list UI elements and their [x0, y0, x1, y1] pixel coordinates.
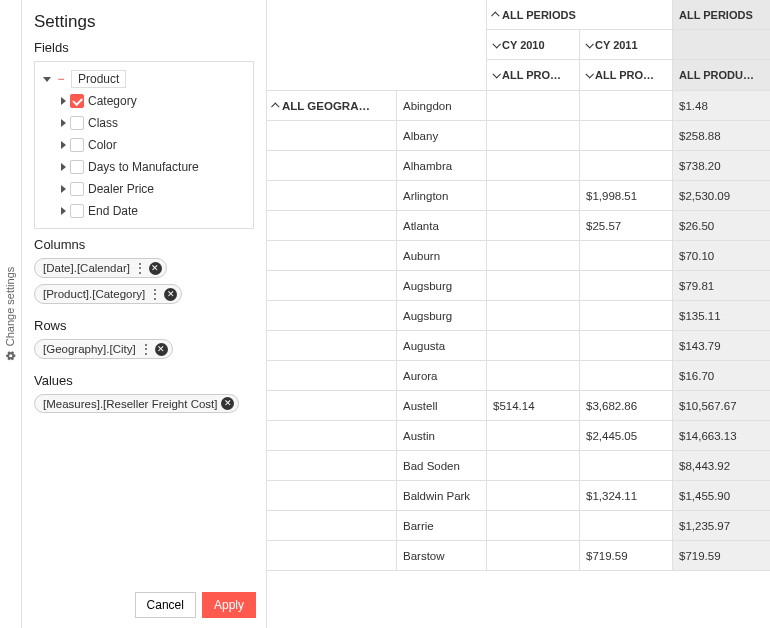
row-header-geo[interactable] — [267, 511, 397, 540]
chevron-up-icon — [491, 11, 499, 19]
tree-node-product[interactable]: − Product — [39, 68, 249, 90]
row-header-geo[interactable] — [267, 331, 397, 360]
row-header-city[interactable]: Auburn — [397, 241, 487, 270]
data-cell — [487, 361, 580, 390]
table-row: Austell$514.14$3,682.86$10,567.67 — [267, 391, 770, 421]
row-header-city[interactable]: Albany — [397, 121, 487, 150]
data-cell — [487, 121, 580, 150]
tree-node[interactable]: Days to Manufacture — [39, 156, 249, 178]
apply-button[interactable]: Apply — [202, 592, 256, 618]
col-header-all-products-total[interactable]: ALL PRODU… — [673, 60, 770, 90]
data-cell: $3,682.86 — [580, 391, 673, 420]
tree-node-label: Class — [88, 116, 118, 130]
row-header-city[interactable]: Alhambra — [397, 151, 487, 180]
col-header-cy2011[interactable]: CY 2011 — [580, 30, 673, 59]
row-header-geo[interactable] — [267, 241, 397, 270]
data-cell-total: $79.81 — [673, 271, 770, 300]
col-header-all-products-b[interactable]: ALL PRO… — [580, 60, 673, 90]
row-header-city[interactable]: Arlington — [397, 181, 487, 210]
settings-title: Settings — [34, 12, 254, 32]
data-cell: $719.59 — [580, 541, 673, 570]
field-chip[interactable]: [Product].[Category]⋮✕ — [34, 284, 182, 304]
tree-node[interactable]: End Date — [39, 200, 249, 222]
row-header-city[interactable]: Austin — [397, 421, 487, 450]
row-header-geo[interactable] — [267, 541, 397, 570]
table-row: Atlanta$25.57$26.50 — [267, 211, 770, 241]
field-chip[interactable]: [Geography].[City]⋮✕ — [34, 339, 173, 359]
close-icon[interactable]: ✕ — [221, 397, 234, 410]
tree-node[interactable]: Category — [39, 90, 249, 112]
row-header-city[interactable]: Abingdon — [397, 91, 487, 120]
more-icon[interactable]: ⋮ — [149, 287, 160, 301]
row-header-city[interactable]: Austell — [397, 391, 487, 420]
data-cell — [487, 421, 580, 450]
chevron-down-icon — [43, 77, 51, 82]
data-cell — [580, 271, 673, 300]
row-header-city[interactable]: Baldwin Park — [397, 481, 487, 510]
row-header-geo[interactable] — [267, 271, 397, 300]
data-cell — [580, 241, 673, 270]
checkbox[interactable] — [70, 160, 84, 174]
row-header-geo[interactable] — [267, 391, 397, 420]
chip-label: [Measures].[Reseller Freight Cost] — [43, 398, 217, 410]
row-header-geo[interactable] — [267, 481, 397, 510]
row-header-geo[interactable] — [267, 151, 397, 180]
data-cell-total: $1,235.97 — [673, 511, 770, 540]
checkbox[interactable] — [70, 182, 84, 196]
close-icon[interactable]: ✕ — [164, 288, 177, 301]
row-header-geo[interactable] — [267, 361, 397, 390]
minus-icon[interactable]: − — [55, 73, 67, 85]
row-header-city[interactable]: Augusta — [397, 331, 487, 360]
chevron-up-icon — [271, 102, 279, 110]
checkbox[interactable] — [70, 138, 84, 152]
row-header-city[interactable]: Barrie — [397, 511, 487, 540]
table-row: Baldwin Park$1,324.11$1,455.90 — [267, 481, 770, 511]
more-icon[interactable]: ⋮ — [140, 342, 151, 356]
row-header-geo[interactable] — [267, 211, 397, 240]
chip-label: [Geography].[City] — [43, 343, 136, 355]
cancel-button[interactable]: Cancel — [135, 592, 196, 618]
data-cell — [580, 331, 673, 360]
checkbox[interactable] — [70, 116, 84, 130]
change-settings-rail[interactable]: Change settings — [0, 0, 22, 628]
table-row: Bad Soden$8,443.92 — [267, 451, 770, 481]
row-header-city[interactable]: Barstow — [397, 541, 487, 570]
change-settings-label: Change settings — [5, 267, 17, 347]
data-cell: $25.57 — [580, 211, 673, 240]
row-header-geo[interactable] — [267, 121, 397, 150]
data-cell — [580, 91, 673, 120]
col-header-all-periods-total[interactable]: ALL PERIODS — [673, 0, 770, 29]
tree-node[interactable]: Class — [39, 112, 249, 134]
data-cell-total: $738.20 — [673, 151, 770, 180]
settings-panel: Settings Fields − Product CategoryClassC… — [22, 0, 267, 628]
field-chip[interactable]: [Measures].[Reseller Freight Cost]✕ — [34, 394, 239, 413]
close-icon[interactable]: ✕ — [149, 262, 162, 275]
checkbox[interactable] — [70, 204, 84, 218]
row-header-city[interactable]: Bad Soden — [397, 451, 487, 480]
more-icon[interactable]: ⋮ — [134, 261, 145, 275]
data-cell — [580, 451, 673, 480]
row-header-geo[interactable]: ALL GEOGRA… — [267, 91, 397, 120]
row-header-geo[interactable] — [267, 301, 397, 330]
checkbox[interactable] — [70, 94, 84, 108]
row-header-geo-label: ALL GEOGRA… — [282, 100, 370, 112]
row-header-geo[interactable] — [267, 451, 397, 480]
col-header-cy2010[interactable]: CY 2010 — [487, 30, 580, 59]
close-icon[interactable]: ✕ — [155, 343, 168, 356]
tree-node[interactable]: Color — [39, 134, 249, 156]
col-header-all-periods[interactable]: ALL PERIODS — [487, 0, 673, 29]
field-chip[interactable]: [Date].[Calendar]⋮✕ — [34, 258, 167, 278]
row-header-city[interactable]: Augsburg — [397, 301, 487, 330]
data-cell — [580, 361, 673, 390]
row-header-geo[interactable] — [267, 181, 397, 210]
tree-node[interactable]: Dealer Price — [39, 178, 249, 200]
gear-icon — [5, 350, 16, 361]
row-header-city[interactable]: Aurora — [397, 361, 487, 390]
row-header-city[interactable]: Atlanta — [397, 211, 487, 240]
table-row: Albany$258.88 — [267, 121, 770, 151]
data-cell — [487, 481, 580, 510]
columns-label: Columns — [34, 237, 254, 252]
row-header-city[interactable]: Augsburg — [397, 271, 487, 300]
row-header-geo[interactable] — [267, 421, 397, 450]
col-header-all-products-a[interactable]: ALL PRO… — [487, 60, 580, 90]
